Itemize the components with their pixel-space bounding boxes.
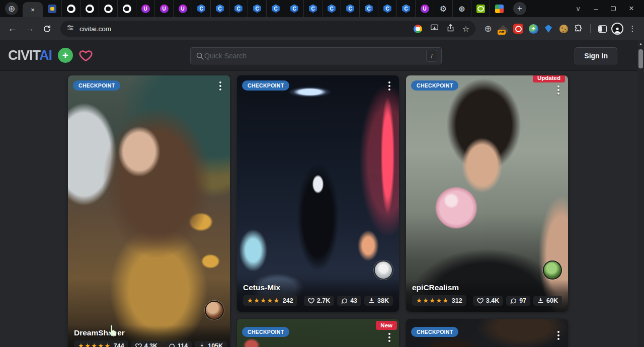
- card-footer: DreamShaper ★★★★★ 744 4.3K 114 105K: [68, 325, 230, 347]
- pinned-tab-uicon[interactable]: [415, 0, 434, 17]
- card-menu-icon[interactable]: [555, 331, 562, 340]
- slash-shortcut-key: /: [426, 50, 437, 62]
- pinned-tab-github[interactable]: [61, 0, 80, 17]
- close-tab-icon[interactable]: ×: [31, 6, 35, 14]
- red-o-extension-icon[interactable]: [512, 22, 525, 35]
- pinned-tab-civitai[interactable]: [378, 0, 396, 17]
- comments-pill: 43: [337, 296, 361, 306]
- tab-search-chevron-icon[interactable]: ∨: [576, 5, 581, 13]
- civitai-favicon-icon: [383, 5, 392, 13]
- model-card-epicrealism[interactable]: CHECKPOINT Updated epiCRealism ★★★★★ 312…: [406, 75, 568, 312]
- comments-pill: 114: [165, 341, 192, 347]
- pinned-tab-civitai[interactable]: [285, 0, 303, 17]
- minimize-button[interactable]: –: [594, 5, 598, 13]
- card-menu-icon[interactable]: [386, 81, 393, 91]
- pinned-tab-civitai[interactable]: [322, 0, 341, 17]
- browser-menu-icon[interactable]: ⋮: [626, 22, 639, 35]
- github-favicon-icon: [86, 5, 94, 13]
- card-menu-icon[interactable]: [217, 81, 224, 91]
- google-g-icon[interactable]: [414, 25, 422, 33]
- site-info-icon[interactable]: [66, 24, 74, 34]
- pinned-tab-pinwheel[interactable]: [490, 0, 508, 17]
- pinned-tab-civitai[interactable]: [396, 0, 415, 17]
- url-text[interactable]: civitai.com: [79, 25, 111, 33]
- address-bar[interactable]: civitai.com ☆: [60, 21, 475, 37]
- globe-extension-icon[interactable]: ⊕: [481, 22, 495, 35]
- side-panel-icon[interactable]: [596, 22, 609, 35]
- likes-pill: 2.7K: [304, 296, 334, 306]
- gem-extension-icon[interactable]: [542, 22, 555, 35]
- close-window-button[interactable]: ×: [629, 4, 634, 14]
- globe-favicon-tab[interactable]: ⊕: [5, 2, 18, 15]
- github-favicon-icon: [123, 5, 131, 13]
- sign-in-button[interactable]: Sign In: [575, 47, 617, 64]
- active-tab[interactable]: ×: [23, 2, 43, 17]
- creator-avatar[interactable]: [374, 261, 393, 280]
- pinned-tab-civitai[interactable]: [248, 0, 266, 17]
- pinned-tab-uicon[interactable]: [136, 0, 154, 17]
- search-input[interactable]: [204, 52, 426, 60]
- model-preview-image: [406, 75, 568, 312]
- uicon-favicon-icon: [160, 5, 169, 13]
- pinned-tab-civitai[interactable]: [229, 0, 248, 17]
- cookie-extension-icon[interactable]: [557, 22, 570, 35]
- uicon-favicon-icon: [179, 5, 187, 13]
- card-menu-icon[interactable]: [386, 333, 393, 342]
- reload-icon[interactable]: [39, 21, 54, 36]
- pinned-tab-civitai[interactable]: [341, 0, 359, 17]
- pinned-tab-github[interactable]: [117, 0, 136, 17]
- restore-button[interactable]: [611, 6, 616, 11]
- earth-extension-icon[interactable]: [527, 22, 540, 35]
- page-scrollbar[interactable]: ▲: [637, 40, 644, 347]
- model-card-dreamshaper[interactable]: CHECKPOINT DreamShaper ★★★★★ 744 4.3K 11…: [68, 75, 230, 347]
- favorites-heart-icon[interactable]: [79, 49, 93, 62]
- card-menu-icon[interactable]: [555, 85, 562, 95]
- share-icon[interactable]: [447, 24, 454, 34]
- quick-search-box[interactable]: /: [190, 47, 442, 64]
- pinned-tab-github[interactable]: [99, 0, 117, 17]
- pinned-tab-civitai[interactable]: [359, 0, 378, 17]
- back-icon[interactable]: ←: [5, 21, 20, 36]
- creator-avatar[interactable]: [205, 301, 224, 320]
- pinned-tab-civitai[interactable]: [303, 0, 322, 17]
- model-title[interactable]: Cetus-Mix: [243, 283, 393, 292]
- create-plus-button[interactable]: +: [58, 48, 73, 63]
- extensions-puzzle-icon[interactable]: [572, 22, 585, 35]
- pinned-tab-github[interactable]: [80, 0, 99, 17]
- likes-pill: 3.4K: [473, 296, 503, 306]
- checkpoint-badge: CHECKPOINT: [242, 80, 289, 91]
- comment-icon: [510, 298, 517, 304]
- pinned-tab-uicon[interactable]: [173, 0, 192, 17]
- profile-avatar-icon[interactable]: [611, 22, 624, 35]
- pinned-tab-civitai[interactable]: [266, 0, 285, 17]
- pinned-tab-briefcase[interactable]: [43, 0, 61, 17]
- pinned-tab-nvidia[interactable]: [471, 0, 490, 17]
- model-card-cetus-mix[interactable]: CHECKPOINT Cetus-Mix ★★★★★ 242 2.7K 43: [237, 75, 399, 312]
- scrollbar-thumb[interactable]: [638, 49, 643, 68]
- browser-toolbar: ← → civitai.com ☆: [0, 17, 644, 40]
- scrollbar-up-arrow[interactable]: ▲: [637, 42, 644, 46]
- creator-avatar[interactable]: [543, 261, 562, 280]
- civitai-favicon-icon: [216, 5, 224, 13]
- civitai-favicon-icon: [272, 5, 280, 13]
- model-card-partial-new[interactable]: CHECKPOINT New: [237, 319, 399, 347]
- heart-icon: [477, 298, 484, 304]
- bookmark-star-icon[interactable]: ☆: [462, 24, 469, 34]
- model-title[interactable]: epiCRealism: [412, 283, 562, 292]
- model-card-partial[interactable]: CHECKPOINT A TIRISINE: [406, 319, 568, 347]
- card-footer: Cetus-Mix ★★★★★ 242 2.7K 43 38K: [237, 280, 399, 312]
- pinned-tab-civitai[interactable]: [210, 0, 229, 17]
- pinned-tab-gear[interactable]: [434, 0, 452, 17]
- install-icon[interactable]: [430, 24, 439, 34]
- off-extension-icon[interactable]: off: [497, 22, 510, 35]
- pinned-tab-civitai[interactable]: [192, 0, 210, 17]
- new-tab-button[interactable]: +: [513, 2, 526, 15]
- civitai-logo[interactable]: CIVITAI: [8, 47, 52, 63]
- civitai-favicon-icon: [253, 5, 262, 13]
- pinned-tab-globe[interactable]: [452, 0, 471, 17]
- model-title[interactable]: DreamShaper: [74, 328, 224, 337]
- star-icons: ★★★★★: [416, 297, 449, 304]
- forward-icon[interactable]: →: [22, 21, 37, 36]
- pinned-tab-uicon[interactable]: [154, 0, 173, 17]
- search-icon: [196, 52, 204, 60]
